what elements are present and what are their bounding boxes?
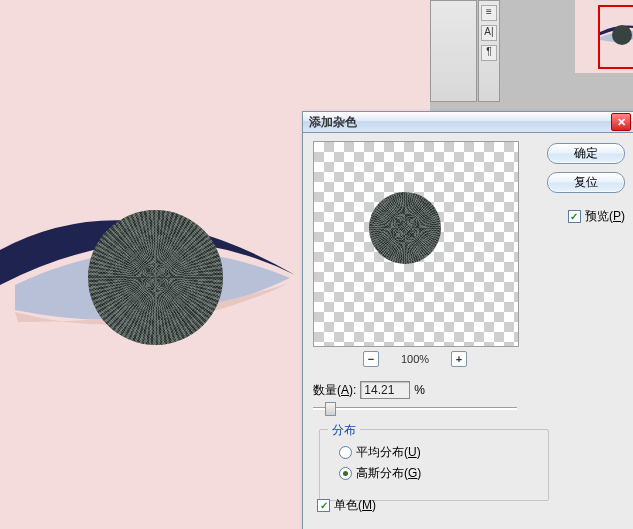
zoom-in-button[interactable]: + (451, 351, 467, 367)
gaussian-radio-row[interactable]: 高斯分布(G) (339, 465, 529, 482)
slider-track (313, 407, 517, 410)
preview-checkbox[interactable] (568, 210, 581, 223)
close-icon: ✕ (617, 116, 626, 129)
noise-preview-disc (369, 192, 441, 264)
preview-checkbox-row[interactable]: 预览(P) (568, 208, 625, 225)
zoom-out-button[interactable]: − (363, 351, 379, 367)
panel-icon-2[interactable]: ¶ (481, 45, 497, 61)
dialog-title: 添加杂色 (309, 114, 357, 131)
side-panel-icons: ≡ A| ¶ (478, 0, 500, 102)
uniform-label: 平均分布(U) (356, 444, 421, 461)
distribution-group: 分布 平均分布(U) 高斯分布(G) (319, 429, 549, 501)
panel-icon-1[interactable]: A| (481, 25, 497, 41)
noise-preview[interactable] (313, 141, 519, 347)
uniform-radio[interactable] (339, 446, 352, 459)
uniform-radio-row[interactable]: 平均分布(U) (339, 444, 529, 461)
preview-label: 预览(P) (585, 208, 625, 225)
svg-point-0 (612, 25, 632, 45)
gaussian-label: 高斯分布(G) (356, 465, 421, 482)
add-noise-dialog: 添加杂色 ✕ − 100% + 确定 复位 (302, 111, 633, 529)
dialog-titlebar[interactable]: 添加杂色 ✕ (303, 112, 633, 133)
monochrome-checkbox-row[interactable]: 单色(M) (317, 497, 376, 514)
ok-button[interactable]: 确定 (547, 143, 625, 164)
panel-icon-0[interactable]: ≡ (481, 5, 497, 21)
eye-artwork (0, 210, 310, 383)
reset-button[interactable]: 复位 (547, 172, 625, 193)
amount-label: 数量(A): (313, 382, 356, 399)
slider-thumb[interactable] (325, 402, 336, 416)
close-button[interactable]: ✕ (611, 113, 631, 131)
gaussian-radio[interactable] (339, 467, 352, 480)
amount-unit: % (414, 383, 425, 397)
amount-slider[interactable] (313, 401, 517, 415)
monochrome-label: 单色(M) (334, 497, 376, 514)
monochrome-checkbox[interactable] (317, 499, 330, 512)
side-panel-strip (430, 0, 477, 102)
zoom-level: 100% (401, 353, 429, 365)
layer-thumbnail[interactable] (598, 5, 633, 69)
iris-noise-disc (88, 210, 223, 345)
distribution-legend: 分布 (328, 422, 360, 439)
amount-input[interactable] (360, 381, 410, 399)
